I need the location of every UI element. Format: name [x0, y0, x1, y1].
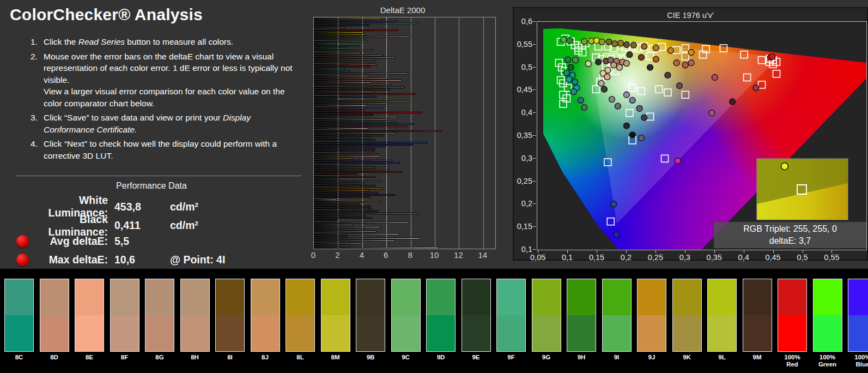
deltae-bar[interactable] — [314, 238, 420, 239]
deltae-bar[interactable] — [314, 185, 375, 186]
measured-point-circle[interactable] — [561, 37, 567, 43]
measured-point-circle[interactable] — [623, 123, 629, 129]
deltae-bar[interactable] — [314, 169, 389, 171]
deltae-bar[interactable] — [314, 219, 338, 221]
deltae-bar[interactable] — [314, 213, 418, 214]
deltae-bar[interactable] — [314, 93, 415, 95]
measured-point-circle[interactable] — [581, 38, 587, 44]
deltae-bar[interactable] — [314, 116, 397, 118]
deltae-bar[interactable] — [314, 27, 345, 28]
deltae-bar[interactable] — [314, 18, 381, 20]
deltae-bar[interactable] — [314, 226, 380, 228]
measured-point-circle[interactable] — [598, 80, 604, 86]
measured-point-circle[interactable] — [675, 158, 681, 164]
deltae-bar[interactable] — [314, 173, 357, 175]
measured-point-circle[interactable] — [712, 74, 718, 80]
measured-point-circle[interactable] — [709, 110, 715, 116]
deltae-bar[interactable] — [314, 47, 347, 49]
deltae-bar[interactable] — [314, 112, 422, 113]
measured-point-circle[interactable] — [609, 97, 615, 103]
measured-point-circle[interactable] — [627, 52, 633, 58]
deltae-bar[interactable] — [314, 119, 387, 121]
measured-point-circle[interactable] — [647, 64, 653, 70]
deltae-bar[interactable] — [314, 121, 396, 123]
deltae-chart-plot[interactable] — [313, 17, 496, 249]
measured-point-circle[interactable] — [638, 135, 644, 141]
deltae-bar[interactable] — [314, 59, 375, 61]
measured-point-circle[interactable] — [611, 201, 617, 207]
deltae-bar[interactable] — [314, 77, 387, 79]
deltae-bar[interactable] — [314, 91, 374, 93]
measured-point-circle[interactable] — [688, 60, 694, 66]
measured-point-circle[interactable] — [612, 41, 618, 47]
deltae-bar[interactable] — [314, 228, 365, 230]
measured-point-circle[interactable] — [629, 132, 635, 138]
measured-point-circle[interactable] — [677, 83, 683, 89]
deltae-bar[interactable] — [314, 133, 396, 134]
deltae-bar[interactable] — [314, 80, 402, 81]
deltae-bar[interactable] — [314, 224, 353, 226]
deltae-bar[interactable] — [314, 123, 414, 125]
deltae-bar[interactable] — [314, 25, 369, 26]
deltae-bar[interactable] — [314, 181, 381, 182]
measured-point-circle[interactable] — [618, 40, 624, 46]
measured-point-circle[interactable] — [667, 47, 673, 53]
deltae-bar[interactable] — [314, 144, 413, 146]
deltae-bar[interactable] — [314, 183, 365, 184]
measured-point-circle[interactable] — [630, 42, 636, 48]
deltae-bar[interactable] — [314, 98, 338, 100]
deltae-bar[interactable] — [314, 160, 392, 161]
deltae-bar[interactable] — [314, 128, 368, 129]
deltae-bar[interactable] — [314, 73, 408, 74]
deltae-bar[interactable] — [314, 22, 418, 24]
measured-point-circle[interactable] — [585, 61, 591, 67]
measured-point-circle[interactable] — [573, 57, 579, 63]
measured-point-circle[interactable] — [572, 79, 578, 85]
deltae-bar[interactable] — [314, 167, 375, 169]
measured-point-circle[interactable] — [688, 50, 694, 56]
deltae-bar[interactable] — [314, 103, 389, 104]
measured-point-circle[interactable] — [641, 115, 647, 121]
deltae-bar[interactable] — [314, 130, 442, 132]
deltae-bar[interactable] — [314, 110, 365, 111]
deltae-bar[interactable] — [314, 34, 366, 35]
measured-point-circle[interactable] — [578, 97, 584, 103]
deltae-bar[interactable] — [314, 151, 374, 152]
deltae-bar[interactable] — [314, 222, 409, 224]
deltae-bar[interactable] — [314, 146, 386, 148]
deltae-bar[interactable] — [314, 176, 375, 178]
deltae-bar[interactable] — [314, 107, 383, 109]
measured-point-circle[interactable] — [682, 62, 688, 68]
measured-point-circle[interactable] — [623, 61, 629, 67]
deltae-bar[interactable] — [314, 96, 377, 98]
deltae-bar[interactable] — [314, 201, 380, 203]
measured-point-circle[interactable] — [641, 44, 647, 50]
deltae-bar[interactable] — [314, 41, 368, 43]
measured-point-circle[interactable] — [753, 85, 759, 91]
measured-point-circle[interactable] — [570, 88, 576, 94]
measured-point-circle[interactable] — [604, 74, 610, 80]
deltae-bar[interactable] — [314, 87, 405, 88]
measured-point-circle[interactable] — [769, 53, 775, 59]
measured-point-circle[interactable] — [629, 97, 635, 103]
measured-point-circle[interactable] — [565, 57, 571, 63]
deltae-bar[interactable] — [314, 178, 339, 180]
measured-point-circle[interactable] — [665, 72, 671, 78]
measured-point-circle[interactable] — [653, 45, 659, 51]
deltae-bar[interactable] — [314, 20, 397, 22]
deltae-bar[interactable] — [314, 68, 345, 70]
deltae-bar[interactable] — [314, 105, 367, 106]
measured-point-circle[interactable] — [673, 60, 679, 66]
measured-point-circle[interactable] — [615, 103, 621, 109]
deltae-bar[interactable] — [314, 32, 363, 33]
measured-point-circle[interactable] — [566, 76, 572, 82]
measured-point-circle[interactable] — [601, 86, 607, 92]
deltae-bar[interactable] — [314, 82, 372, 83]
deltae-bar-row[interactable] — [314, 246, 495, 249]
deltae-bar[interactable] — [314, 61, 374, 63]
deltae-bar[interactable] — [314, 148, 375, 150]
deltae-bar[interactable] — [314, 142, 428, 143]
deltae-bar[interactable] — [314, 43, 337, 45]
deltae-bar[interactable] — [314, 50, 373, 51]
deltae-bar[interactable] — [314, 190, 369, 191]
